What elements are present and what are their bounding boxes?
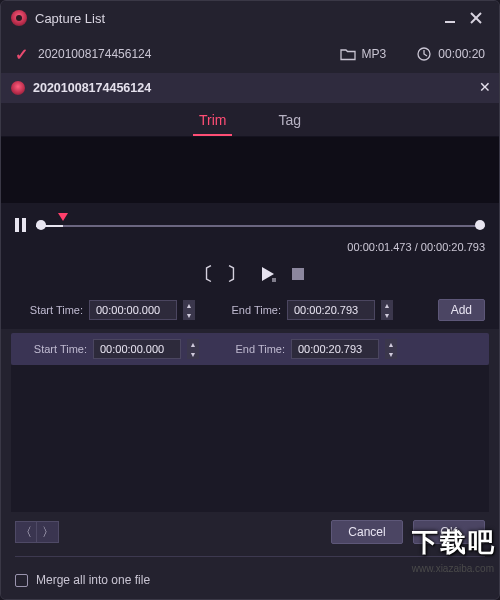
segment-end-input[interactable] (291, 339, 379, 359)
segment-start-input[interactable] (93, 339, 181, 359)
capture-id: 20201008174456124 (38, 47, 151, 61)
time-inputs-primary: Start Time: ▲▼ End Time: ▲▼ Add (1, 291, 499, 329)
player-bar: 00:00:01.473 / 00:00:20.793 (1, 203, 499, 257)
check-icon: ✓ (15, 45, 28, 64)
range-end-handle[interactable] (475, 220, 485, 230)
start-time-stepper[interactable]: ▲▼ (183, 300, 195, 320)
duration-group: 00:00:20 (416, 46, 485, 62)
editor-close-button[interactable]: ✕ (479, 79, 491, 95)
svg-rect-0 (445, 21, 455, 23)
start-time-input[interactable] (89, 300, 177, 320)
format-label: MP3 (362, 47, 387, 61)
app-logo-icon (11, 10, 27, 26)
footer: Merge all into one file (1, 561, 499, 599)
track-line (36, 225, 485, 227)
segment-start-stepper[interactable]: ▲▼ (187, 339, 199, 359)
app-window: Capture List ✓ 20201008174456124 MP3 00:… (0, 0, 500, 600)
duration-label: 00:00:20 (438, 47, 485, 61)
svg-rect-5 (272, 278, 276, 282)
ok-button[interactable]: OK (413, 520, 485, 544)
pause-button[interactable] (15, 218, 26, 232)
start-time-label: Start Time: (15, 304, 83, 316)
merge-label: Merge all into one file (36, 573, 150, 587)
end-time-label: End Time: (213, 304, 281, 316)
tab-tag[interactable]: Tag (272, 106, 307, 136)
bottom-button-row: 〈 〉 Cancel OK (1, 512, 499, 552)
capture-info-row: ✓ 20201008174456124 MP3 00:00:20 (1, 35, 499, 73)
time-position: 00:00:01.473 (347, 241, 411, 253)
minimize-button[interactable] (437, 8, 463, 28)
merge-checkbox[interactable] (15, 574, 28, 587)
segment-start-label: Start Time: (19, 343, 87, 355)
set-out-button[interactable]: 〕 (227, 262, 245, 286)
range-start-handle[interactable] (36, 220, 46, 230)
play-button[interactable] (259, 265, 277, 283)
prev-button[interactable]: 〈 (15, 521, 37, 543)
set-in-button[interactable]: 〔 (195, 262, 213, 286)
next-button[interactable]: 〉 (37, 521, 59, 543)
tab-bar: Trim Tag (1, 103, 499, 137)
divider (15, 556, 485, 557)
end-time-input[interactable] (287, 300, 375, 320)
format-group: MP3 (340, 46, 387, 62)
playhead-marker[interactable] (58, 213, 68, 221)
mini-logo-icon (11, 81, 25, 95)
svg-rect-6 (292, 268, 304, 280)
stop-button[interactable] (291, 267, 305, 281)
clock-icon (416, 46, 432, 62)
window-title: Capture List (35, 11, 105, 26)
time-counter: 00:00:01.473 / 00:00:20.793 (15, 241, 485, 253)
titlebar: Capture List (1, 1, 499, 35)
transport-controls: 〔 〕 (1, 257, 499, 291)
time-total: 00:00:20.793 (421, 241, 485, 253)
segments-area (11, 365, 489, 512)
segment-row[interactable]: Start Time: ▲▼ End Time: ▲▼ (11, 333, 489, 365)
folder-icon (340, 46, 356, 62)
add-segment-button[interactable]: Add (438, 299, 485, 321)
waveform-preview (1, 137, 499, 203)
seek-track[interactable] (36, 211, 485, 239)
cancel-button[interactable]: Cancel (331, 520, 403, 544)
tab-trim[interactable]: Trim (193, 106, 232, 136)
segment-end-label: End Time: (217, 343, 285, 355)
editor-title: 20201008174456124 (33, 81, 151, 95)
close-button[interactable] (463, 8, 489, 28)
editor-header: 20201008174456124 ✕ (1, 73, 499, 103)
segment-end-stepper[interactable]: ▲▼ (385, 339, 397, 359)
end-time-stepper[interactable]: ▲▼ (381, 300, 393, 320)
